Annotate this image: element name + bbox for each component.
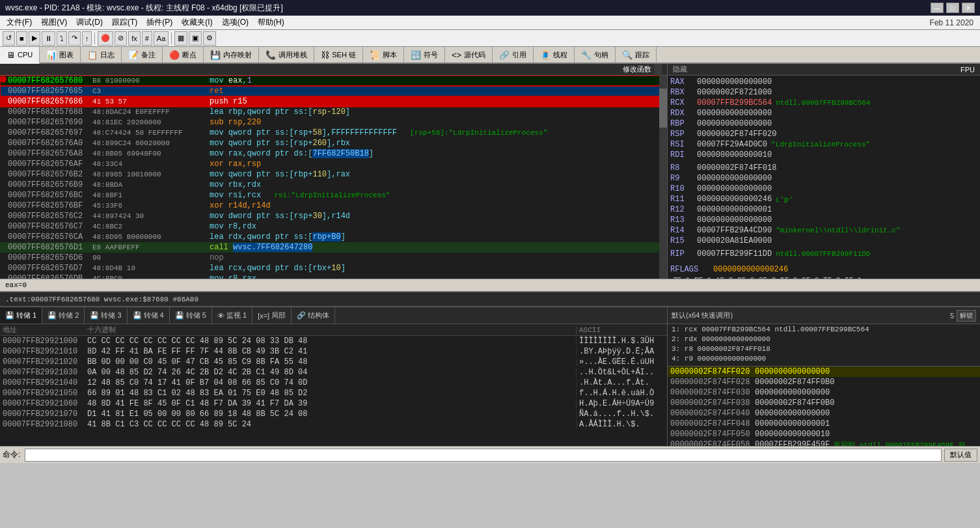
- menu-debug[interactable]: 调试(D): [72, 16, 107, 29]
- toolbar-stop[interactable]: ■: [16, 31, 27, 46]
- toolbar-settings[interactable]: ⚙: [203, 31, 216, 46]
- menu-view[interactable]: 视图(V): [37, 16, 71, 29]
- toolbar-mem1[interactable]: ▦: [174, 31, 187, 46]
- dump-row-1[interactable]: 00007FFB29921010 8D 42 FF 41 BA FE FF FF…: [0, 346, 667, 357]
- stack-row-2[interactable]: 00000002F874FF030 0000000000000000: [668, 387, 980, 398]
- table-row[interactable]: 00007FF6826576D7 48:8D4B 10 lea rcx,qwor…: [0, 263, 667, 273]
- tab-trace[interactable]: 🔍 跟踪: [616, 47, 657, 63]
- table-row[interactable]: 00007FF6826576A8 48:8B05 69948F00 mov ra…: [0, 148, 667, 159]
- menu-trace[interactable]: 跟踪(T): [108, 16, 141, 29]
- table-row[interactable]: 00007FF682657697 48:C74424 58 FEFFFFFF m…: [0, 128, 667, 138]
- toolbar-step-out[interactable]: ↑: [82, 31, 92, 46]
- table-row[interactable]: 00007FF6826576C7 4C:8BC2 mov r8,rdx: [0, 221, 667, 232]
- disasm-scrollbar[interactable]: [654, 64, 662, 76]
- toolbar-step-into[interactable]: ⤵: [57, 31, 67, 46]
- table-row[interactable]: 00007FF6826576AF 48:33C4 xor rax,rsp: [0, 159, 667, 169]
- dump-row-7[interactable]: 00007FFB29921070 D1 41 81 E1 05 00 00 80…: [0, 409, 667, 419]
- disasm-vscroll[interactable]: ▼: [659, 76, 667, 279]
- table-row[interactable]: 00007FF682657685 C3 ret: [0, 86, 667, 96]
- dump-row-4[interactable]: 00007FFB29921040 12 48 85 C0 74 17 41 0F…: [0, 378, 667, 388]
- stack-row-7[interactable]: 00000002F874FF058 00007FFB299F459F 返回到 n…: [668, 439, 980, 446]
- cmd-input[interactable]: [25, 449, 942, 462]
- cmd-default-button[interactable]: 默认值: [944, 449, 977, 462]
- dump-tab-5[interactable]: 💾 转储 5: [170, 307, 212, 324]
- table-row[interactable]: 00007FF6826576B2 48:8985 10010000 mov qw…: [0, 169, 667, 180]
- tab-threads[interactable]: 🧵 线程: [534, 47, 575, 63]
- reg-hide-btn[interactable]: 隐藏: [673, 64, 687, 74]
- stack-row-3[interactable]: 00000002F874FF038 00000002F874FF0B0: [668, 398, 980, 408]
- disasm-scrollbar-thumb[interactable]: [659, 89, 667, 128]
- reg-rsp-name: RSP: [670, 130, 693, 139]
- table-row[interactable]: 00007FF682657680 B8 01000000 mov eax,1: [0, 76, 667, 86]
- menu-plugin[interactable]: 插件(P): [143, 16, 176, 29]
- tab-script[interactable]: 📜 脚本: [363, 47, 404, 63]
- tab-symbols[interactable]: 🔣 符号: [404, 47, 445, 63]
- menu-options[interactable]: 选项(O): [218, 16, 252, 29]
- dump-row-2[interactable]: 00007FFB29921020 BB 0D 00 00 C0 45 0F 47…: [0, 357, 667, 367]
- tab-callstack[interactable]: 📞 调用堆栈: [259, 47, 314, 63]
- toolbar-step-over[interactable]: ↷: [68, 31, 81, 46]
- tab-log[interactable]: 📋 日志: [81, 47, 122, 63]
- toolbar-font[interactable]: Aa: [154, 31, 169, 46]
- dump-row-3[interactable]: 00007FFB29921030 0A 00 48 85 D2 74 26 4C…: [0, 367, 667, 378]
- stack-row-6[interactable]: 00000002F874FF050 0000000000000010: [668, 429, 980, 439]
- table-row[interactable]: 00007FF6826576DB 4C:8BC0 mov r8,rax: [0, 273, 667, 279]
- table-row[interactable]: 00007FF6826576B9 48:8BDA mov rbx,rdx: [0, 180, 667, 190]
- dump-tab-3[interactable]: 💾 转储 3: [85, 307, 127, 324]
- dump-tab-locals[interactable]: [x=] 局部: [252, 307, 292, 324]
- toolbar-restart[interactable]: ↺: [3, 31, 15, 46]
- stack-row-1[interactable]: 00000002F874FF028 00000002F874FF0B0: [668, 377, 980, 387]
- toolbar-hash[interactable]: #: [142, 31, 152, 46]
- toolbar-bp[interactable]: 🔴: [98, 31, 113, 46]
- tab-cpu[interactable]: 🖥 CPU: [0, 47, 40, 64]
- tab-refs[interactable]: 🔗 引用: [493, 47, 534, 63]
- tab-handles[interactable]: 🔧 句柄: [575, 47, 616, 63]
- table-row[interactable]: 00007FF6826576D1 E8 AAFBFEFF call wvsc.7…: [0, 242, 667, 253]
- menu-file[interactable]: 文件(F): [3, 16, 36, 29]
- dump-tab-4[interactable]: 💾 转储 4: [128, 307, 170, 324]
- tab-seh[interactable]: ⛓ SEH 链: [314, 47, 363, 63]
- dump-row-6[interactable]: 00007FFB29921060 48 8D 41 FE 8F 45 0F C1…: [0, 398, 667, 409]
- stack-row-0[interactable]: 00000002F874FF020 0000000000000000: [668, 367, 980, 377]
- minimize-button[interactable]: —: [931, 3, 944, 13]
- reg-fpu-label[interactable]: FPU: [960, 66, 975, 74]
- stack-row-4[interactable]: 00000002F874FF040 0000000000000000: [668, 408, 980, 419]
- window-controls[interactable]: — □ ✕: [931, 3, 975, 13]
- toolbar-pause[interactable]: ⏸: [42, 31, 55, 46]
- toolbar-mem2[interactable]: ▣: [189, 31, 202, 46]
- table-row[interactable]: 00007FF682657690 48:81EC 20200000 sub rs…: [0, 117, 667, 128]
- tab-breakpoints[interactable]: 🔴 断点: [163, 47, 204, 63]
- toolbar-run[interactable]: ▶: [29, 31, 40, 46]
- table-row[interactable]: 00007FF6826576BF 45:33F6 xor r14d,r14d: [0, 201, 667, 211]
- table-row[interactable]: 00007FF6826576A0 48:899C24 60020000 mov …: [0, 138, 667, 148]
- dump-addr-2: 00007FFB29921020: [0, 357, 85, 367]
- tab-notes[interactable]: 📝 备注: [122, 47, 163, 63]
- dump-tab-watch1[interactable]: 👁 监视 1: [212, 307, 252, 324]
- tab-memory[interactable]: 💾 内存映射: [204, 47, 259, 63]
- table-row[interactable]: 00007FF6826576D6 90 nop: [0, 253, 667, 263]
- dump-tab-struct[interactable]: 🔗 结构体: [292, 307, 335, 324]
- table-row[interactable]: 00007FF682657688 48:8DAC24 E0FEFFFF lea …: [0, 107, 667, 117]
- table-row[interactable]: 00007FF6826576CA 48:8D95 B0000000 lea rd…: [0, 232, 667, 242]
- tab-graph[interactable]: 📊 图表: [40, 47, 81, 63]
- menu-help[interactable]: 帮助(H): [254, 16, 288, 29]
- dump-row-0[interactable]: 00007FFB29921000 CC CC CC CC CC CC CC CC…: [0, 336, 667, 346]
- table-row[interactable]: 00007FF6826576BC 48:8BF1 mov rsi,rcx rsi…: [0, 190, 667, 201]
- dump-header-addr: 地址: [0, 325, 85, 335]
- menu-favorites[interactable]: 收藏夹(I): [178, 16, 216, 29]
- toolbar-expr[interactable]: fx: [128, 31, 141, 46]
- stack-row-5[interactable]: 00000002F874FF048 0000000000000001: [668, 419, 980, 429]
- reg-row-rdx: RDX 0000000000000000: [670, 108, 977, 118]
- dump-hex-7: D1 41 81 E1 05 00 00 80 66 89 18 48 8B 5…: [85, 410, 576, 419]
- toolbar-clear-bp[interactable]: ⊘: [115, 31, 127, 46]
- dump-row-5[interactable]: 00007FFB29921050 66 89 01 48 83 C1 02 48…: [0, 388, 667, 398]
- close-button[interactable]: ✕: [962, 3, 975, 13]
- dump-tab-2[interactable]: 💾 转储 2: [42, 307, 85, 324]
- dump-tab-1[interactable]: 💾 转储 1: [0, 307, 42, 324]
- table-row[interactable]: 00007FF6826576C2 44:897424 30 mov dword …: [0, 211, 667, 221]
- tab-source[interactable]: <> 源代码: [445, 47, 493, 63]
- dump-row-8[interactable]: 00007FFB29921080 41 8B C1 C3 CC CC CC CC…: [0, 419, 667, 430]
- maximize-button[interactable]: □: [946, 3, 959, 13]
- table-row[interactable]: 00007FF682657686 41 53 57 push r15: [0, 96, 667, 107]
- stack-unlock-btn[interactable]: 解锁: [957, 310, 976, 322]
